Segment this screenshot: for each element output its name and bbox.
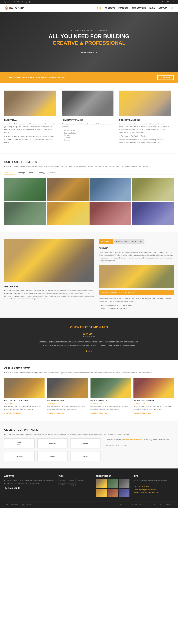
news-item-text: Duis aute irure dolor in reprehenderit i… <box>47 406 88 410</box>
news-item-date: 22 JANUARY 2015 <box>90 402 131 404</box>
social-links[interactable]: f y ✦ g+ in ℙ <box>161 1 174 3</box>
filter-energy[interactable]: Energy <box>37 171 47 175</box>
nav-item-features[interactable]: FEATURES <box>118 6 128 10</box>
logo-icon: 🏠 <box>4 6 8 10</box>
footer-tags-title: TAGS <box>59 475 92 477</box>
email-label: Email: <box>134 489 138 490</box>
tab-isolation[interactable]: ISOLATION <box>129 239 144 244</box>
building-content-text: Lorem ipsum dolor sit amet, consectetur … <box>99 251 174 262</box>
footer-logo-text: housebuild <box>8 487 20 489</box>
filter-isolation[interactable]: Isolation <box>47 171 58 175</box>
flickr-image[interactable] <box>107 489 118 497</box>
partner-logo-1: BINDE building <box>4 438 35 448</box>
social-rss[interactable]: ✦ <box>165 1 166 3</box>
service-electrical-text2: A nice home deck provides a beautiful an… <box>4 135 56 144</box>
filter-buildings[interactable]: Buildings <box>15 171 27 175</box>
top-bar: 📞 1234 - 5678 - 9012 ✉ support@housebuil… <box>0 0 178 4</box>
social-facebook[interactable]: f <box>161 1 161 3</box>
nav-logo[interactable]: 🏠 housebuild <box>4 6 24 10</box>
news-subtitle: Duis aute irure dolor in reprehenderit i… <box>4 371 174 374</box>
news-item-text: Duis aute irure dolor in reprehenderit i… <box>133 406 174 410</box>
social-twitter[interactable]: y <box>163 1 163 3</box>
news-read-more[interactable]: CONTINUE READING... <box>47 412 65 414</box>
footer-link-projects[interactable]: PROJECTS <box>125 504 133 506</box>
building-section: WHO WE ARE Lorem ipsum dolor sit amet, c… <box>0 232 178 318</box>
footer-tag[interactable]: Isolation <box>77 479 85 482</box>
footer-tag[interactable]: kitchens <box>59 483 67 486</box>
who-we-are: WHO WE ARE Lorem ipsum dolor sit amet, c… <box>4 285 94 300</box>
flickr-image[interactable] <box>107 479 118 488</box>
partners-text-main: There are some of our partners and custo… <box>106 438 174 441</box>
highlight-sub-text: Pellentesque odio nisl auismod in, phare… <box>99 297 174 303</box>
partners-description: There are some of our partners and custo… <box>106 438 174 447</box>
phone-label: Tel: <box>134 486 136 488</box>
projects-title: OUR - LATEST PROJECTS <box>4 161 174 164</box>
partner-name: BINGE <box>50 456 55 457</box>
nav-item-contact[interactable]: CONTACT <box>158 6 167 10</box>
project-item[interactable] <box>132 178 174 201</box>
hero-cta-button[interactable]: VIEW PROJECTS <box>77 50 101 55</box>
footer-about-text: Lorem ipsum dolor sit amet, consectetur … <box>4 479 54 484</box>
flickr-image[interactable] <box>96 489 107 497</box>
testimonial-name: JOHN SMITH <box>4 333 174 335</box>
nav-item-home[interactable]: HOME <box>96 6 101 10</box>
footer-link-contact[interactable]: CONTACT <box>166 504 174 506</box>
tab-renovation[interactable]: RENOVATION <box>113 239 129 244</box>
footer-copyright: © 2015 HouseBuild. All Rights Reserved. <box>4 504 33 506</box>
projects-subtitle: Duis aute irure dolor in reprehenderit i… <box>4 165 174 168</box>
tab-building[interactable]: BUILDING <box>99 239 113 244</box>
banner-button[interactable]: CLICK HERE <box>157 75 174 80</box>
dot-3[interactable] <box>91 350 92 352</box>
news-read-more[interactable]: CONTINUE READING... <box>133 412 151 414</box>
dot-2[interactable] <box>88 350 90 352</box>
footer-link-home[interactable]: HOME <box>118 504 123 506</box>
nav-item-projects[interactable]: PROJECTS <box>105 6 115 10</box>
testimonial-quote: Donec nec justo eget felis facilisis fer… <box>39 340 139 347</box>
services-section: ELECTRICAL A nice home deck provides a b… <box>0 83 178 153</box>
partner-name: TASTY <box>83 456 88 457</box>
social-pinterest[interactable]: ℙ <box>173 1 174 3</box>
partners-link[interactable]: partners and customers <box>123 439 142 440</box>
project-item[interactable] <box>89 202 131 225</box>
flickr-image[interactable] <box>96 479 107 488</box>
news-read-more[interactable]: CONTINUE READING... <box>90 412 108 414</box>
project-item[interactable] <box>47 178 89 201</box>
nav-item-blog[interactable]: BLOG <box>149 6 155 10</box>
bullet-item: LOREM IPSUM DOLOR SIT AMET. <box>99 307 174 310</box>
projects-section: OUR - LATEST PROJECTS Duis aute irure do… <box>0 154 178 232</box>
service-projects-text1: Lorem ipsum dolor sit amet, consectetur … <box>119 122 171 134</box>
footer-about-title: ABOUT US <box>4 475 54 477</box>
news-title: OUR - LATEST NEWS <box>4 367 174 370</box>
news-image-1 <box>4 378 45 398</box>
footer-link-services[interactable]: OUR SERVICES <box>146 504 158 506</box>
flickr-image[interactable] <box>119 479 129 488</box>
news-item-title: WE CONSTRUCT BUILDINGS <box>4 400 45 402</box>
service-electrical-text1: A nice home deck provides a beautiful an… <box>4 122 56 134</box>
search-icon[interactable]: 🔍 <box>171 7 174 10</box>
footer-tag[interactable]: Building <box>59 479 67 482</box>
dot-1[interactable] <box>86 350 87 352</box>
footer-tag[interactable]: Interior <box>68 479 76 482</box>
social-googleplus[interactable]: g+ <box>167 1 169 3</box>
service-maintenance-image <box>62 90 113 116</box>
news-read-more[interactable]: CONTINUE READING... <box>4 412 21 414</box>
project-item[interactable] <box>4 202 46 225</box>
partners-logos: BINDE building GRANDVIO BINGE WALKERS <box>4 438 101 461</box>
partners-title: CLIENTS - OUR PARTNERS <box>4 428 174 432</box>
nav-item-services[interactable]: OUR SERVICES <box>132 6 146 10</box>
email-icon: ✉ support@housebuild.com <box>22 1 42 3</box>
testimonial-dots[interactable] <box>4 350 174 352</box>
hours-label: Working Hours: <box>134 492 145 494</box>
project-item[interactable] <box>4 178 46 201</box>
filter-interior[interactable]: Interior <box>27 171 37 175</box>
filter-all[interactable]: Show All <box>4 171 15 175</box>
footer-tag[interactable]: energy <box>68 483 76 486</box>
social-linkedin[interactable]: in <box>170 1 172 3</box>
flickr-image[interactable] <box>119 489 129 497</box>
footer-link-blog[interactable]: BLOG <box>160 504 164 506</box>
news-item-date: 22 JANUARY 2015 <box>4 402 45 404</box>
project-item[interactable] <box>132 202 174 225</box>
footer-link-features[interactable]: FEATURES <box>135 504 144 506</box>
project-item[interactable] <box>89 178 131 201</box>
project-item[interactable] <box>47 202 89 225</box>
